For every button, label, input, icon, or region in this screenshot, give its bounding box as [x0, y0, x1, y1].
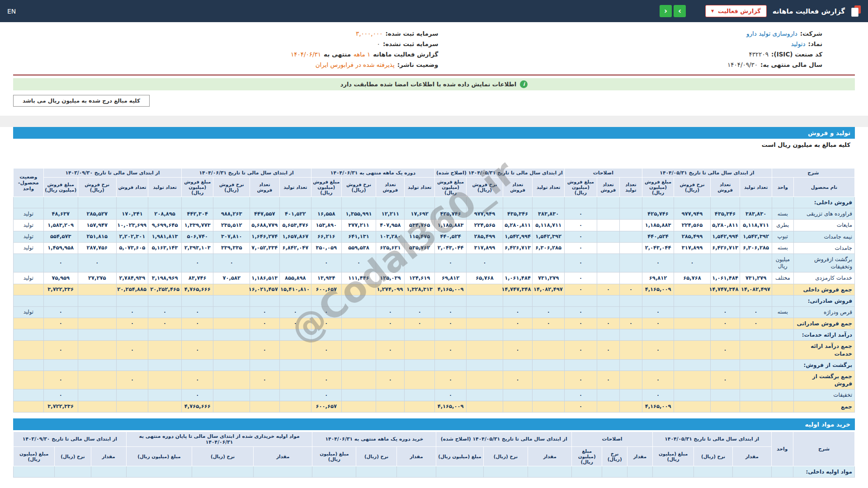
column-header: تعداد فروش [710, 178, 740, 197]
value-cell [710, 401, 740, 412]
value-cell: ۰ [710, 318, 740, 329]
column-header: نرخ فروش (ریال) [674, 178, 711, 197]
unit-cell [772, 371, 793, 389]
empty-cell [405, 295, 435, 306]
report-type-dropdown[interactable]: گزارش فعالیت ▼ [705, 5, 767, 17]
value-cell: ۱۲۴,۶۱۹ [405, 272, 435, 284]
column-header: مقدار [732, 446, 771, 466]
value-cell [619, 231, 642, 242]
value-cell: ۶۶,۲۱۶ [311, 231, 341, 242]
empty-cell [213, 329, 250, 341]
value-cell: ۲۷,۲۷۵ [78, 272, 116, 284]
empty-cell [405, 359, 435, 371]
empty-cell [311, 329, 341, 341]
value-cell [376, 253, 405, 272]
value-cell: ۴,۱۶۵,۰۰۹ [434, 284, 466, 295]
empty-cell [710, 329, 740, 341]
value-cell [674, 401, 711, 412]
column-header: تعداد فروش [116, 178, 148, 197]
column-header: مبلغ (میلیون ریال) [126, 446, 192, 466]
value-cell [674, 318, 711, 329]
value-cell [213, 284, 250, 295]
column-header: مقدار [396, 446, 436, 466]
value-cell: ۰ [564, 341, 597, 359]
value-cell: ۶۲۵,۶۲۱ [376, 242, 405, 253]
value-cell: ۶۴۱,۱۳۱ [341, 231, 376, 242]
signed-match-text: اطلاعات نمایش داده شده با اطلاعات امضا ش… [340, 81, 517, 88]
value-cell: ۰ [533, 306, 564, 318]
company-link[interactable]: داروسازی تولید دارو [746, 28, 797, 39]
value-cell: ۰ [43, 318, 78, 329]
value-cell [467, 306, 503, 318]
unit-cell: بسته [772, 242, 793, 253]
value-cell: ۰ [311, 389, 341, 401]
value-cell: ۵,۲۸۰,۸۱۱ [710, 220, 740, 231]
unit-cell: بطری [772, 220, 793, 231]
value-cell [148, 389, 182, 401]
value-cell [341, 401, 376, 412]
empty-cell [772, 295, 793, 306]
value-cell: ۰ [376, 341, 405, 359]
value-cell: ۰ [116, 341, 148, 359]
product-name-cell: تخفیفات [793, 389, 854, 401]
product-name-cell: جمع درآمد ارائه خدمات [793, 341, 854, 359]
prev-report-button[interactable]: ‹ [660, 5, 672, 17]
empty-cell [619, 329, 642, 341]
column-group-header: مواد اولیه خریداری شده از ابتدای سال مال… [126, 432, 312, 446]
column-group-header: از ابتدای سال مالی تا تاریخ ۱۴۰۴/۰۵/۳۱ (… [436, 432, 572, 446]
empty-cell [116, 295, 148, 306]
isic-row: کد صنعت (ISIC): ۴۳۲۲۰۹ [467, 49, 822, 60]
value-cell [148, 401, 182, 412]
value-cell: ۰ [533, 318, 564, 329]
language-toggle[interactable]: EN [7, 8, 16, 15]
value-cell: ۴۴۲,۳۰۴ [182, 208, 213, 220]
report-period-prefix: گزارش فعالیت ماهانه [373, 49, 438, 60]
empty-cell [43, 359, 78, 371]
empty-cell [376, 359, 405, 371]
column-header: مبلغ فروش (میلیون ریال) [642, 178, 674, 197]
value-cell: ۰ [311, 306, 341, 318]
value-cell [597, 272, 619, 284]
value-cell: ۲,۰۴۳,۰۴۴ [642, 242, 674, 253]
value-cell [341, 371, 376, 389]
table-row: جمع۴,۱۶۵,۰۰۹۰۴,۱۶۵,۰۰۹۶۰۰,۶۵۷۴,۷۶۵,۶۶۶۳,… [14, 401, 855, 412]
unregistered-capital-row: سرمایه ثبت نشده: ۰ [13, 39, 438, 49]
product-name-cell: جمع برگشت از فروش [793, 371, 854, 389]
value-cell [533, 401, 564, 412]
value-cell: ۱,۴۵۹,۹۵۸ [43, 242, 78, 253]
value-cell [250, 401, 279, 412]
value-cell [740, 389, 772, 401]
empty-cell [43, 197, 78, 208]
empty-cell [434, 295, 466, 306]
unit-cell [772, 341, 793, 359]
value-cell [78, 318, 116, 329]
value-cell [78, 371, 116, 389]
symbol-link[interactable]: دتولید [791, 39, 805, 49]
value-cell [376, 401, 405, 412]
value-cell: ۹۷۷,۹۴۹ [467, 208, 503, 220]
value-cell: ۰ [674, 253, 711, 272]
value-cell: ۰ [116, 318, 148, 329]
column-header: تعداد تولید [405, 178, 435, 197]
empty-cell [148, 197, 182, 208]
value-cell: ۱۶,۰۲۱,۴۵۷ [250, 284, 279, 295]
section-label-cell: برگشت از فروش: [793, 359, 854, 371]
value-cell: ۵۰۶,۷۴۰ [182, 231, 213, 242]
status-cell [14, 401, 44, 412]
value-cell: ۹۷۷,۹۴۹ [674, 208, 711, 220]
empty-cell [148, 329, 182, 341]
next-report-button[interactable]: › [674, 5, 686, 17]
value-cell [597, 253, 619, 272]
production-sales-table: شرحاز ابتدای سال مالی تا تاریخ ۱۴۰۴/۰۵/۳… [13, 168, 855, 413]
table-row: جمع فروش داخلی۱۴,۰۸۲,۴۹۷۱۴,۷۴۷,۳۴۸۴,۱۶۵,… [14, 284, 855, 295]
empty-cell [376, 329, 405, 341]
value-cell [213, 306, 250, 318]
column-header: تعداد فروش [376, 178, 405, 197]
empty-cell [341, 329, 376, 341]
empty-cell [642, 329, 674, 341]
value-cell [116, 401, 148, 412]
value-cell: ۱۷,۶۹۲ [405, 208, 435, 220]
value-cell: ۰ [116, 306, 148, 318]
value-cell [619, 341, 642, 359]
amounts-unit-text: کلیه مبالغ درج شده به میلیون ریال می باش… [23, 98, 140, 104]
